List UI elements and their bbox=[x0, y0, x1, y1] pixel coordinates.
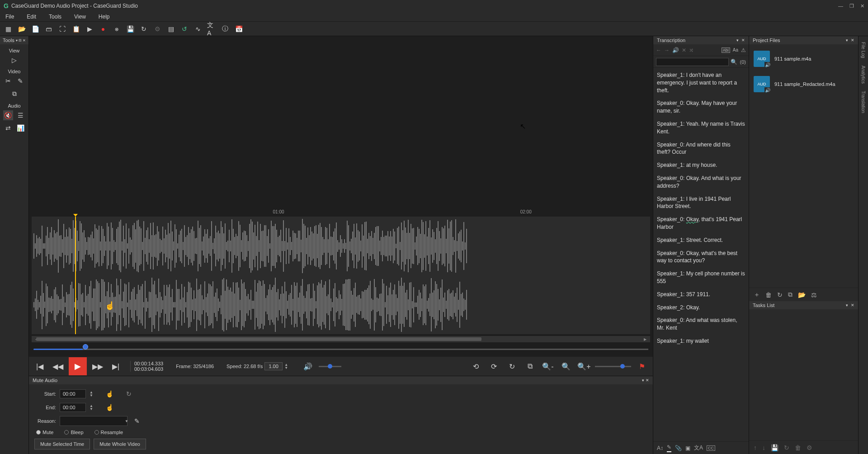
waveform-display[interactable] bbox=[32, 217, 650, 334]
abc-icon[interactable]: Abi bbox=[722, 47, 730, 53]
start-reload-icon[interactable]: ↻ bbox=[124, 389, 134, 399]
radio-resample[interactable]: Resample bbox=[94, 430, 123, 435]
footer-cc-icon[interactable]: CC bbox=[707, 445, 715, 451]
new-project-icon[interactable]: ▦ bbox=[4, 24, 13, 33]
tasks-dropdown-icon[interactable]: ▾ bbox=[846, 303, 848, 307]
seek-slider[interactable] bbox=[33, 346, 648, 353]
footer-attach-icon[interactable]: 📎 bbox=[675, 445, 682, 451]
copy-icon[interactable]: ⧉ bbox=[523, 359, 537, 374]
menu-help[interactable]: Help bbox=[99, 14, 110, 20]
maximize-button[interactable]: ❐ bbox=[849, 3, 854, 9]
radio-mute[interactable]: Mute bbox=[36, 430, 53, 435]
task-settings-icon[interactable]: ⚙ bbox=[807, 444, 812, 451]
tasks-close-icon[interactable]: ✕ bbox=[851, 303, 854, 307]
end-spinner[interactable]: ▲▼ bbox=[90, 404, 93, 411]
skip-start-button[interactable]: |◀ bbox=[33, 359, 47, 374]
playhead[interactable] bbox=[75, 217, 76, 334]
footer-text-icon[interactable]: A↕ bbox=[657, 445, 663, 451]
copy-file-icon[interactable]: ⧉ bbox=[788, 291, 793, 298]
analytics-icon[interactable]: ∿ bbox=[193, 24, 203, 33]
seek-thumb[interactable] bbox=[83, 344, 88, 350]
trans-shuffle-icon[interactable]: ⤭ bbox=[689, 47, 693, 53]
transcription-entry[interactable]: Speaker_0: Okay. May have your name, sir… bbox=[657, 99, 745, 115]
nav-fwd-icon[interactable]: ⟳ bbox=[486, 359, 501, 374]
calendar-icon[interactable]: 📅 bbox=[234, 24, 243, 33]
warning-icon[interactable]: ⚠ bbox=[741, 47, 746, 53]
transcription-entry[interactable]: Speaker_1: I don't have an emergency. I … bbox=[657, 71, 745, 94]
timeline-ruler[interactable]: 01:00 02:00 bbox=[32, 209, 650, 217]
font-case-icon[interactable]: Aa bbox=[733, 47, 738, 52]
trans-mute-icon[interactable]: ✕ bbox=[682, 47, 686, 53]
tools-panel-header[interactable]: Tools ▾ ⊟ ✕ bbox=[0, 36, 28, 44]
transcription-entry[interactable]: Speaker_0: And where did this theft? Occ… bbox=[657, 141, 745, 156]
transcription-entry[interactable]: Speaker_0: Okay, that's 1941 Pearl Harbo… bbox=[657, 216, 745, 231]
transcription-content[interactable]: Speaker_1: I don't have an emergency. I … bbox=[653, 68, 749, 441]
step-back-button[interactable]: ◀◀ bbox=[51, 359, 65, 374]
task-delete-icon[interactable]: 🗑 bbox=[795, 444, 801, 451]
volume-icon[interactable]: 🔊 bbox=[301, 359, 315, 374]
menu-file[interactable]: File bbox=[5, 14, 14, 20]
flag-icon[interactable]: ⚑ bbox=[635, 359, 649, 374]
history-icon[interactable]: ↻ bbox=[139, 24, 148, 33]
open-folder-icon[interactable]: 📂 bbox=[17, 24, 26, 33]
task-save-icon[interactable]: 💾 bbox=[771, 444, 778, 451]
add-file-icon[interactable]: ＋ bbox=[754, 291, 760, 299]
disk-icon[interactable]: 💾 bbox=[126, 24, 135, 33]
footer-translate-icon[interactable]: 文A bbox=[694, 444, 703, 452]
files-close-icon[interactable]: ✕ bbox=[851, 38, 854, 43]
transcription-entry[interactable]: Speaker_2: Okay. bbox=[657, 304, 745, 312]
play-button[interactable]: ▶ bbox=[69, 357, 87, 375]
mute-panel-controls[interactable]: ▾ ✕ bbox=[642, 378, 649, 383]
translate-icon[interactable]: 文A bbox=[207, 24, 216, 33]
transcription-entry[interactable]: Speaker_1: at my house. bbox=[657, 161, 745, 169]
zoom-in-icon[interactable]: 🔍+ bbox=[577, 359, 591, 374]
start-spinner[interactable]: ▲▼ bbox=[90, 391, 93, 397]
transcription-entry[interactable]: Speaker_0: And what was stolen, Mr. Kent bbox=[657, 317, 745, 332]
open-folder-icon[interactable]: 📂 bbox=[798, 291, 806, 298]
transcription-entry[interactable]: Speaker_0: Okay, what's the best way to … bbox=[657, 250, 745, 265]
skip-end-button[interactable]: ▶| bbox=[108, 359, 123, 374]
sync-icon[interactable]: ↺ bbox=[180, 24, 189, 33]
refresh-files-icon[interactable]: ↻ bbox=[777, 291, 783, 298]
accessibility-icon[interactable]: ⓘ bbox=[221, 24, 230, 33]
document-icon[interactable]: ▤ bbox=[166, 24, 175, 33]
transcription-entry[interactable]: Speaker_1: I live in 1941 Pearl Harbor S… bbox=[657, 195, 745, 211]
task-down-icon[interactable]: ↓ bbox=[762, 444, 765, 451]
delete-file-icon[interactable]: 🗑 bbox=[765, 291, 772, 298]
rail-analytics[interactable]: Analytics bbox=[860, 63, 866, 86]
end-time-input[interactable] bbox=[60, 403, 86, 412]
transcription-entry[interactable]: Speaker_1: my wallet bbox=[657, 337, 745, 345]
play-tool-icon[interactable]: ▷ bbox=[9, 55, 19, 65]
nav-back-icon[interactable]: ⟲ bbox=[468, 359, 483, 374]
menu-view[interactable]: View bbox=[74, 14, 86, 20]
volume-slider[interactable] bbox=[319, 366, 341, 367]
reason-edit-icon[interactable]: ✎ bbox=[132, 416, 142, 426]
mute-tool-icon[interactable]: 🔇 bbox=[3, 110, 13, 120]
transcription-entry[interactable]: Speaker_1: 357 1911. bbox=[657, 291, 745, 298]
trans-fwd-icon[interactable]: → bbox=[664, 47, 670, 53]
gear-icon[interactable]: ⚙ bbox=[153, 24, 162, 33]
zoom-reset-icon[interactable]: 🔍 bbox=[559, 359, 573, 374]
transcription-search-input[interactable] bbox=[656, 58, 729, 66]
zoom-out-icon[interactable]: 🔍- bbox=[541, 359, 555, 374]
save-icon[interactable]: 📄 bbox=[31, 24, 40, 33]
record-icon[interactable]: ● bbox=[99, 24, 108, 33]
menu-edit[interactable]: Edit bbox=[27, 14, 36, 20]
speed-spinner[interactable]: ▲▼ bbox=[284, 363, 288, 369]
clipboard-icon[interactable]: 📋 bbox=[71, 24, 80, 33]
transcription-entry[interactable]: Speaker_0: Okay. And what is your addres… bbox=[657, 175, 745, 190]
mute-selected-button[interactable]: Mute Selected Time bbox=[34, 439, 90, 449]
rail-translation[interactable]: Translation bbox=[860, 89, 866, 115]
loop-icon[interactable]: ↻ bbox=[505, 359, 519, 374]
transcription-entry[interactable]: Speaker_1: Yeah. My name is Travis Kent. bbox=[657, 120, 745, 136]
mute-whole-button[interactable]: Mute Whole Video bbox=[94, 439, 146, 449]
footer-pin-icon[interactable]: ▣ bbox=[685, 445, 690, 451]
detect-icon[interactable]: ⛶ bbox=[58, 24, 67, 33]
trans-back-icon[interactable]: ← bbox=[656, 47, 661, 53]
brush-tool-icon[interactable]: ✎ bbox=[15, 76, 25, 86]
reason-select[interactable] bbox=[60, 416, 127, 426]
collapse-icon[interactable]: ▾ ⊟ ✕ bbox=[16, 38, 26, 43]
trans-dropdown-icon[interactable]: ▾ bbox=[736, 38, 739, 43]
location-icon[interactable]: ⎈ bbox=[112, 24, 121, 33]
waveform-scrollbar[interactable]: ◀ ▶ bbox=[32, 336, 650, 342]
